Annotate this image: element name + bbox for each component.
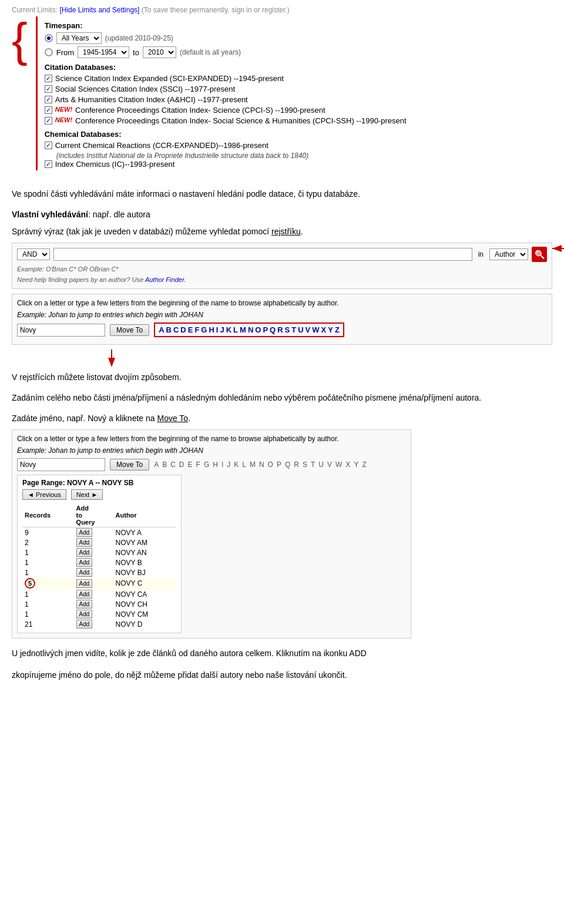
- add-button-4[interactable]: Add: [76, 568, 93, 577]
- alpha-link-1-B[interactable]: B: [166, 325, 172, 334]
- alpha-link-2-D[interactable]: D: [179, 461, 184, 469]
- alpha-link-2-Y[interactable]: Y: [354, 461, 358, 469]
- alpha-link-2-T[interactable]: T: [311, 461, 315, 469]
- add-button-3[interactable]: Add: [76, 558, 93, 567]
- move-to-button-1[interactable]: Move To: [110, 324, 149, 336]
- results-body: 9AddNOVY A2AddNOVY AM1AddNOVY AN1AddNOVY…: [22, 527, 176, 630]
- chemical-cb-2[interactable]: [45, 160, 52, 168]
- author-cell: NOVY D: [113, 619, 176, 629]
- add-button-5[interactable]: Add: [76, 579, 93, 588]
- alpha-link-1-G[interactable]: G: [201, 325, 207, 334]
- chemical-db-0: Current Chemical Reactions (CCR-EXPANDED…: [55, 141, 268, 150]
- all-years-select[interactable]: All Years: [56, 32, 102, 44]
- desc2-rest: : např. dle autora: [88, 210, 150, 219]
- move-to-ref-link[interactable]: Move To: [157, 414, 188, 423]
- alpha-link-1-I[interactable]: I: [216, 325, 219, 334]
- alpha-link-1-K[interactable]: K: [226, 325, 231, 334]
- next-button[interactable]: Next ►: [71, 489, 103, 500]
- alpha-link-1-P[interactable]: P: [263, 325, 268, 334]
- alpha-link-1-U[interactable]: U: [298, 325, 303, 334]
- alpha-link-2-C[interactable]: C: [170, 461, 176, 469]
- author-cell: NOVY C: [113, 577, 176, 589]
- alpha-link-2-X[interactable]: X: [345, 461, 350, 469]
- alpha-link-1-Y[interactable]: Y: [328, 325, 333, 334]
- alpha-link-2-K[interactable]: K: [234, 461, 239, 469]
- search-button[interactable]: [532, 247, 547, 262]
- alpha-link-1-Q[interactable]: Q: [270, 325, 276, 334]
- alpha-link-1-M[interactable]: M: [240, 325, 246, 334]
- alpha-link-2-F[interactable]: F: [196, 461, 200, 469]
- alpha-link-2-Q[interactable]: Q: [285, 461, 290, 469]
- from-radio[interactable]: [45, 48, 53, 56]
- alpha-link-2-W[interactable]: W: [335, 461, 342, 469]
- alpha-link-1-Z[interactable]: Z: [335, 325, 340, 334]
- chemical-db-note: (includes Institut National de la Propri…: [45, 152, 407, 160]
- alpha-link-2-P[interactable]: P: [277, 461, 281, 469]
- alpha-link-1-C[interactable]: C: [173, 325, 179, 334]
- alpha-link-1-L[interactable]: L: [233, 325, 238, 334]
- citation-cb-4[interactable]: [45, 117, 52, 125]
- alpha-link-1-R[interactable]: R: [277, 325, 283, 334]
- alpha-link-1-T[interactable]: T: [291, 325, 296, 334]
- table-row: 5AddNOVY C: [22, 577, 176, 589]
- add-button-0[interactable]: Add: [76, 528, 93, 537]
- field-select[interactable]: Author: [489, 248, 528, 260]
- table-row: 1AddNOVY CM: [22, 609, 176, 619]
- alpha-link-2-J[interactable]: J: [227, 461, 230, 469]
- boolean-operator-select[interactable]: AND: [17, 248, 50, 260]
- alpha-link-2-H[interactable]: H: [213, 461, 218, 469]
- alpha-link-1-F[interactable]: F: [194, 325, 199, 334]
- alpha-link-2-L[interactable]: L: [242, 461, 246, 469]
- all-years-radio[interactable]: [45, 34, 53, 42]
- author-input-1[interactable]: [17, 324, 105, 337]
- alpha-link-2-A[interactable]: A: [154, 461, 159, 469]
- move-to-button-2[interactable]: Move To: [110, 459, 149, 471]
- alpha-link-1-H[interactable]: H: [209, 325, 214, 334]
- alpha-link-2-V[interactable]: V: [327, 461, 332, 469]
- author-input-2[interactable]: [17, 458, 105, 471]
- author-finder-link[interactable]: Author Finder.: [145, 276, 186, 283]
- to-year-select[interactable]: 2010: [143, 46, 176, 58]
- alpha-link-1-S[interactable]: S: [285, 325, 290, 334]
- add-button-1[interactable]: Add: [76, 538, 93, 547]
- alpha-link-2-I[interactable]: I: [221, 461, 223, 469]
- alpha-link-1-J[interactable]: J: [220, 325, 224, 334]
- citation-cb-0[interactable]: [45, 75, 52, 82]
- previous-button[interactable]: ◄ Previous: [22, 489, 66, 500]
- add-button-9[interactable]: Add: [76, 620, 93, 629]
- add-button-2[interactable]: Add: [76, 548, 93, 557]
- citation-db-3: Conference Proceedings Citation Index- S…: [75, 106, 325, 115]
- alpha-link-1-D[interactable]: D: [180, 325, 186, 334]
- alpha-link-1-A[interactable]: A: [159, 325, 164, 334]
- from-year-select[interactable]: 1945-1954: [78, 46, 129, 58]
- citation-cb-3[interactable]: [45, 106, 52, 114]
- alpha-link-2-S[interactable]: S: [303, 461, 307, 469]
- alpha-link-2-O[interactable]: O: [268, 461, 273, 469]
- alpha-link-2-U[interactable]: U: [318, 461, 324, 469]
- alpha-link-1-X[interactable]: X: [321, 325, 327, 334]
- alpha-link-2-E[interactable]: E: [188, 461, 193, 469]
- author-box2-text-1: Click on a letter or type a few letters …: [17, 435, 406, 443]
- citation-cb-1[interactable]: [45, 85, 52, 93]
- alpha-link-1-O[interactable]: O: [255, 325, 261, 334]
- add-button-7[interactable]: Add: [76, 600, 93, 609]
- alpha-link-1-E[interactable]: E: [188, 325, 193, 334]
- hide-limits-link[interactable]: [Hide Limits and Settings]: [59, 6, 139, 14]
- list-desc-1: V rejstřících můžete listovat dvojím způ…: [12, 371, 552, 384]
- alpha-link-2-R[interactable]: R: [294, 461, 299, 469]
- alpha-link-2-N[interactable]: N: [259, 461, 264, 469]
- add-button-6[interactable]: Add: [76, 590, 93, 599]
- alpha-link-1-W[interactable]: W: [312, 325, 319, 334]
- alpha-link-2-B[interactable]: B: [162, 461, 167, 469]
- alpha-link-1-N[interactable]: N: [248, 325, 253, 334]
- citation-cb-2[interactable]: [45, 96, 52, 103]
- example-line2: Need help finding papers by an author? U…: [17, 275, 547, 285]
- alpha-link-2-G[interactable]: G: [204, 461, 209, 469]
- alpha-link-2-M[interactable]: M: [250, 461, 256, 469]
- add-button-8[interactable]: Add: [76, 610, 93, 619]
- chemical-cb-0[interactable]: [45, 142, 52, 149]
- rejstriku-link[interactable]: rejstříku: [271, 227, 301, 236]
- search-input[interactable]: [53, 248, 472, 261]
- alpha-link-1-V[interactable]: V: [306, 325, 311, 334]
- alpha-link-2-Z[interactable]: Z: [362, 461, 366, 469]
